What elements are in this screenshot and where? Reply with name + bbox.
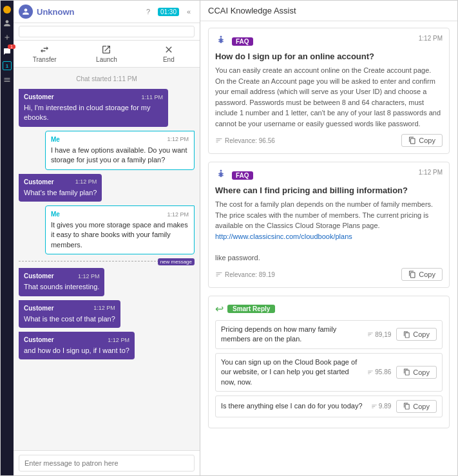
message-sender: Customer [24, 178, 54, 187]
launch-button[interactable]: Launch [75, 43, 137, 64]
message-text: Hi, I'm interested in cloud storage for … [24, 104, 151, 121]
message-time: 1:12 PM [167, 211, 189, 219]
smart-reply-row: Is there anything else I can do for you … [215, 395, 443, 417]
smart-reply-text: You can sign up on the Cloud Book page o… [221, 357, 362, 387]
relevance-score: Relevance: 89.19 [215, 271, 275, 278]
message-text: It gives you more storage space and make… [51, 221, 188, 249]
message-sender: Me [51, 210, 60, 219]
message-text: What is the cost of that plan? [24, 315, 115, 323]
reply-arrow-icon: ↩ [215, 303, 224, 315]
sidebar-timer-icon: 1 [3, 61, 12, 70]
chat-badge: 1 [8, 44, 15, 49]
message-text: That sounds interesting. [24, 283, 99, 290]
sidebar-add-icon[interactable] [3, 33, 12, 42]
message-sender: Customer [24, 272, 54, 281]
smart-reply-row: Pricing depends on how many family membe… [215, 320, 443, 349]
message-sender: Customer [24, 336, 54, 345]
list-item: Customer 1:12 PM What is the cost of tha… [19, 300, 195, 328]
bot-icon [215, 169, 228, 182]
list-item: Customer 1:12 PM That sounds interesting… [19, 268, 195, 296]
smart-reply-score: 9.89 [371, 403, 391, 410]
smart-reply-section: ↩ Smart Reply Pricing depends on how man… [208, 296, 450, 428]
smart-reply-score: 89,19 [367, 331, 391, 338]
message-time: 1:12 PM [93, 304, 115, 312]
copy-button[interactable]: Copy [396, 328, 437, 341]
pricing-link[interactable]: http://www.classicsinc.com/cloudbook/pla… [215, 233, 352, 240]
chat-messages: Chat started 1:11 PM Customer 1:11 PM Hi… [14, 68, 200, 450]
message-text: and how do I sign up, if I want to? [24, 347, 129, 354]
customer-message: Customer 1:11 PM Hi, I'm interested in c… [19, 89, 168, 127]
collapse-button[interactable]: « [183, 6, 195, 17]
card-time: 1:12 PM [419, 169, 443, 176]
message-sender: Me [51, 135, 60, 144]
chat-panel: Unknown ? 01:30 « Transfer Launch [14, 1, 200, 475]
customer-message: Customer 1:12 PM and how do I sign up, i… [19, 332, 135, 359]
knowledge-card: FAQ 1:12 PM Where can I find pricing and… [208, 162, 450, 288]
message-time: 1:12 PM [75, 178, 97, 186]
smart-reply-header: ↩ Smart Reply [215, 303, 443, 315]
launch-label: Launch [96, 56, 117, 63]
bot-icon [215, 35, 228, 48]
end-label: End [163, 56, 175, 63]
list-item: Me 1:12 PM I have a few options availabl… [19, 131, 195, 170]
copy-button[interactable]: Copy [396, 366, 437, 379]
chat-toolbar: Transfer Launch End [14, 41, 200, 68]
chat-input-area [14, 450, 200, 475]
copy-button[interactable]: Copy [401, 268, 443, 281]
card-title: Where can I find pricing and billing inf… [215, 186, 443, 195]
smart-reply-text: Pricing depends on how many family membe… [221, 325, 362, 345]
transfer-label: Transfer [33, 56, 57, 63]
sidebar: 1 1 [1, 1, 14, 475]
chat-header: Unknown ? 01:30 « [14, 1, 200, 23]
message-sender: Customer [24, 93, 54, 102]
card-body: The cost for a family plan depends on th… [215, 199, 443, 263]
smart-reply-row: You can sign up on the Cloud Book page o… [215, 353, 443, 392]
copy-button[interactable]: Copy [401, 134, 443, 147]
card-time: 1:12 PM [419, 35, 443, 42]
sidebar-person-icon[interactable] [3, 19, 12, 28]
card-title: How do I sign up for an online account? [215, 52, 443, 61]
help-button[interactable]: ? [142, 6, 154, 17]
customer-message: Customer 1:12 PM What's the family plan? [19, 174, 102, 202]
message-sender: Customer [24, 304, 54, 313]
search-bar [14, 23, 200, 41]
chat-started-label: Chat started 1:11 PM [19, 75, 195, 82]
agent-message: Me 1:12 PM I have a few options availabl… [45, 131, 195, 170]
smart-reply-text: Is there anything else I can do for you … [221, 401, 366, 411]
timer-badge: 01:30 [158, 8, 179, 16]
avatar [19, 5, 33, 19]
knowledge-header: CCAI Knowledge Assist [200, 1, 457, 21]
chat-title: Unknown [37, 7, 75, 17]
customer-message: Customer 1:12 PM That sounds interesting… [19, 268, 104, 296]
sidebar-chat-icon[interactable]: 1 [3, 47, 12, 56]
smart-reply-score: 95.86 [367, 368, 391, 376]
knowledge-card: FAQ 1:12 PM How do I sign up for an onli… [208, 28, 450, 154]
card-body: You can easily create an account online … [215, 65, 443, 129]
faq-badge: FAQ [232, 171, 253, 180]
message-time: 1:12 PM [78, 272, 100, 281]
message-time: 1:12 PM [167, 135, 189, 144]
knowledge-content: FAQ 1:12 PM How do I sign up for an onli… [200, 21, 457, 475]
list-item: Customer 1:12 PM What's the family plan? [19, 174, 195, 202]
sidebar-status-dot [3, 6, 11, 14]
customer-message: Customer 1:12 PM What is the cost of tha… [19, 300, 120, 328]
agent-message: Me 1:12 PM It gives you more storage spa… [45, 205, 195, 254]
relevance-score: Relevance: 96.56 [215, 137, 275, 144]
list-item: Customer 1:11 PM Hi, I'm interested in c… [19, 89, 195, 127]
copy-button[interactable]: Copy [396, 400, 437, 413]
faq-badge: FAQ [232, 37, 253, 46]
search-input[interactable] [19, 26, 195, 37]
smart-reply-badge: Smart Reply [227, 305, 275, 313]
chat-input[interactable] [19, 455, 195, 471]
end-button[interactable]: End [138, 43, 200, 64]
new-message-divider: new message [19, 261, 195, 262]
message-text: I have a few options available. Do you w… [51, 146, 187, 164]
message-time: 1:11 PM [142, 93, 164, 102]
knowledge-panel: CCAI Knowledge Assist FAQ 1:12 PM How do… [200, 1, 457, 475]
sidebar-menu-icon[interactable] [3, 75, 12, 84]
message-text: What's the family plan? [24, 189, 97, 196]
new-message-label: new message [158, 258, 195, 265]
message-time: 1:12 PM [108, 336, 129, 345]
list-item: Me 1:12 PM It gives you more storage spa… [19, 205, 195, 254]
transfer-button[interactable]: Transfer [14, 43, 75, 64]
